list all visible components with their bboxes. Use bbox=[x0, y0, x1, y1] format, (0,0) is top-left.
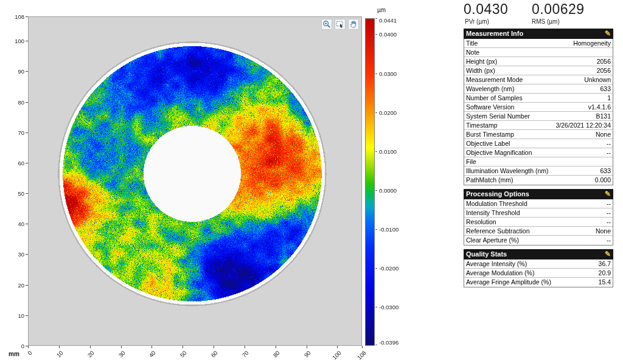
section-title: Measurement Info bbox=[466, 29, 523, 39]
row-label: File bbox=[466, 157, 476, 166]
table-row: File bbox=[464, 157, 613, 167]
table-row: PathMatch (mm)0.000 bbox=[464, 176, 613, 185]
section-title: Quality Stats bbox=[466, 249, 507, 259]
colorbar-tick-label: 0.0441 bbox=[379, 17, 397, 24]
row-label: Timestamp bbox=[466, 121, 498, 129]
table-row: Intensity Threshold-- bbox=[464, 208, 613, 218]
info-section: Measurement Info✎TitleHomogeneityNoteHei… bbox=[464, 29, 613, 185]
y-tick-label: 40 bbox=[9, 221, 24, 227]
section-table: Modulation Threshold--Intensity Threshol… bbox=[464, 199, 613, 246]
colorbar-canvas bbox=[365, 18, 375, 346]
surface-map-viewer[interactable] bbox=[28, 16, 362, 346]
summary-values: 0.0430 0.00629 bbox=[464, 0, 613, 18]
y-tick-label: 70 bbox=[9, 129, 24, 136]
colorbar-tick-label: 0.0300 bbox=[379, 70, 397, 77]
colorbar-tickmark bbox=[375, 112, 377, 113]
region-select-icon[interactable] bbox=[335, 19, 346, 30]
x-tickmark bbox=[362, 346, 363, 348]
table-row: Height (px)2056 bbox=[464, 57, 613, 66]
table-row: Burst TimestampNone bbox=[464, 130, 613, 139]
row-label: Number of Samples bbox=[466, 94, 523, 102]
info-panel: 0.0430 0.00629 PVr (µm) RMS (µm) Measure… bbox=[464, 0, 613, 291]
row-label: Intensity Threshold bbox=[466, 208, 520, 217]
colorbar-tickmark bbox=[375, 74, 377, 74]
axis-unit-label: mm bbox=[9, 351, 19, 357]
x-tick-label: 50 bbox=[169, 349, 188, 364]
row-label: Measurement Mode bbox=[466, 75, 523, 84]
row-label: Average Fringe Amplitude (%) bbox=[466, 278, 551, 287]
pan-hand-icon[interactable] bbox=[348, 19, 359, 30]
table-row: Objective Magnification-- bbox=[464, 148, 613, 157]
viewer-toolbar bbox=[321, 19, 359, 30]
colorbar-tick-label: 0.0000 bbox=[379, 187, 397, 194]
x-tickmark bbox=[307, 346, 307, 348]
table-row: Wavelength (nm)633 bbox=[464, 84, 613, 94]
row-label: Illumination Wavelength (nm) bbox=[466, 167, 549, 175]
zoom-magnifier-icon[interactable] bbox=[321, 19, 332, 30]
table-row: Reference SubtractionNone bbox=[464, 227, 613, 236]
table-row: Modulation Threshold-- bbox=[464, 199, 613, 208]
pvr-label: PVr (µm) bbox=[464, 18, 532, 25]
y-tick-label: 30 bbox=[9, 251, 24, 258]
x-tickmark bbox=[245, 346, 245, 348]
x-tick-label: 0 bbox=[14, 349, 33, 364]
row-label: Note bbox=[466, 48, 479, 57]
y-tick-label: 100 bbox=[9, 38, 24, 44]
table-row: Width (px)2056 bbox=[464, 66, 613, 75]
colorbar-tick-label: -0.0396 bbox=[379, 339, 399, 346]
x-tickmark bbox=[151, 346, 152, 348]
x-tickmark bbox=[121, 346, 122, 348]
x-tick-label: 108 bbox=[348, 349, 367, 364]
row-label: Title bbox=[466, 39, 478, 47]
x-tick-label: 90 bbox=[292, 349, 312, 364]
y-tick-label: 0 bbox=[9, 343, 24, 349]
row-label: PathMatch (mm) bbox=[466, 176, 513, 185]
row-value: 2056 bbox=[597, 66, 611, 75]
table-row: Measurement ModeUnknown bbox=[464, 75, 613, 84]
row-value: -- bbox=[607, 139, 611, 148]
section-title: Processing Options bbox=[466, 189, 529, 199]
info-sections: Measurement Info✎TitleHomogeneityNoteHei… bbox=[464, 29, 613, 287]
x-tick-label: 60 bbox=[200, 349, 219, 364]
surface-map-canvas[interactable] bbox=[29, 17, 361, 345]
y-tickmark bbox=[26, 346, 28, 346]
edit-pencil-icon[interactable]: ✎ bbox=[605, 29, 611, 39]
x-tickmark bbox=[90, 346, 91, 348]
row-value: 1 bbox=[607, 94, 611, 102]
row-label: Average Modulation (%) bbox=[466, 269, 534, 277]
colorbar-tickmark bbox=[375, 229, 377, 230]
edit-pencil-icon[interactable]: ✎ bbox=[605, 189, 611, 199]
row-value: -- bbox=[607, 148, 611, 157]
row-label: Burst Timestamp bbox=[466, 130, 514, 139]
row-value: Unknown bbox=[584, 75, 611, 84]
row-value: -- bbox=[607, 218, 611, 226]
rms-value: 0.00629 bbox=[532, 1, 585, 18]
colorbar-tick-label: 0.0400 bbox=[379, 31, 397, 38]
table-row: Clear Aperture (%)-- bbox=[464, 236, 613, 245]
colorbar-tickmark bbox=[375, 345, 377, 345]
row-label: Average Intensity (%) bbox=[466, 259, 527, 268]
y-tick-label: 90 bbox=[9, 68, 24, 75]
section-header: Quality Stats✎ bbox=[464, 249, 613, 259]
table-row: Illumination Wavelength (nm)633 bbox=[464, 167, 613, 176]
colorbar-tick-label: 0.0200 bbox=[379, 109, 397, 116]
row-label: Wavelength (nm) bbox=[466, 84, 515, 93]
row-value: 633 bbox=[600, 167, 611, 175]
section-table: TitleHomogeneityNoteHeight (px)2056Width… bbox=[464, 39, 613, 185]
row-label: Objective Label bbox=[466, 139, 510, 148]
y-tick-label: 20 bbox=[9, 282, 24, 289]
table-row: Objective Label-- bbox=[464, 139, 613, 148]
section-header: Measurement Info✎ bbox=[464, 29, 613, 39]
pvr-value: 0.0430 bbox=[464, 1, 532, 18]
row-value: -- bbox=[607, 199, 611, 208]
colorbar-unit-label: µm bbox=[377, 7, 386, 13]
row-value: 20.9 bbox=[599, 269, 611, 277]
x-tickmark bbox=[276, 346, 276, 348]
table-row: System Serial NumberB131 bbox=[464, 112, 613, 121]
edit-pencil-icon[interactable]: ✎ bbox=[605, 249, 611, 259]
x-tick-label: 80 bbox=[262, 349, 281, 364]
x-tick-label: 70 bbox=[231, 349, 250, 364]
x-tick-label: 30 bbox=[106, 349, 126, 364]
x-tickmark bbox=[183, 346, 183, 348]
rms-label: RMS (µm) bbox=[532, 18, 560, 25]
